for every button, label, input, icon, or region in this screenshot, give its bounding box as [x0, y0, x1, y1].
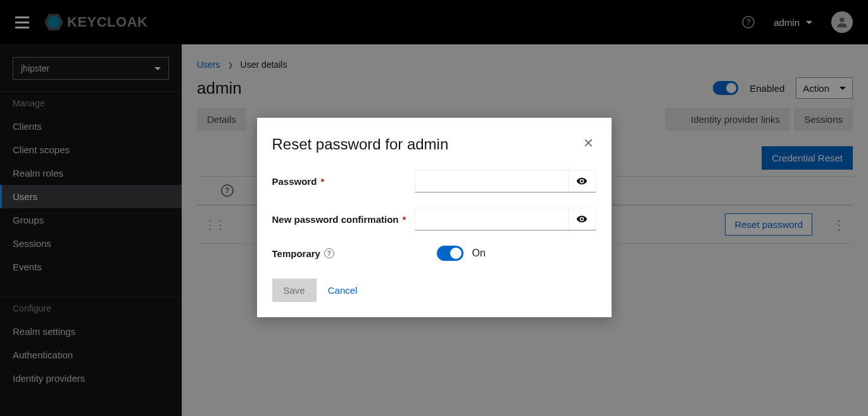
- modal-title: Reset password for admin: [272, 136, 449, 153]
- modal-overlay: Reset password for admin ✕ Password * Ne…: [0, 0, 868, 416]
- password-input-wrap: [415, 170, 596, 192]
- password-input[interactable]: [415, 170, 568, 192]
- required-indicator: *: [403, 214, 406, 225]
- cancel-button[interactable]: Cancel: [328, 285, 358, 296]
- reset-password-modal: Reset password for admin ✕ Password * Ne…: [257, 118, 612, 317]
- required-indicator: *: [320, 176, 324, 187]
- save-button[interactable]: Save: [272, 279, 317, 302]
- toggle-password-visibility[interactable]: [568, 170, 596, 192]
- temporary-toggle[interactable]: [437, 246, 463, 261]
- temporary-state: On: [472, 248, 486, 259]
- temporary-label: Temporary: [272, 248, 320, 259]
- toggle-confirm-visibility[interactable]: [568, 208, 596, 230]
- close-icon[interactable]: ✕: [581, 136, 596, 151]
- password-label: Password: [272, 176, 317, 187]
- help-icon[interactable]: ?: [324, 248, 334, 258]
- eye-icon: [576, 175, 588, 187]
- confirm-password-input[interactable]: [415, 208, 568, 230]
- confirm-password-input-wrap: [415, 208, 596, 230]
- confirm-password-label: New password confirmation: [272, 214, 399, 225]
- eye-icon: [576, 213, 588, 225]
